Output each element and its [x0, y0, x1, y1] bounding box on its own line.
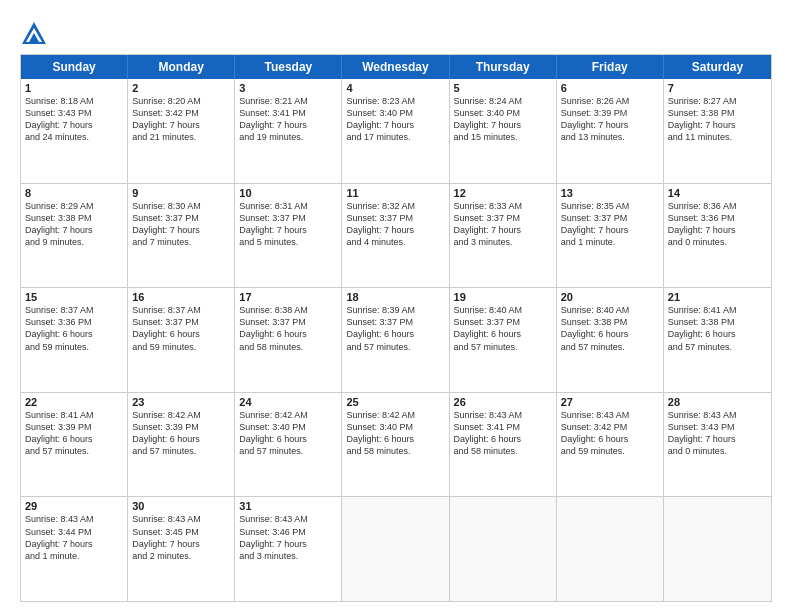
calendar-cell-9: 9Sunrise: 8:30 AM Sunset: 3:37 PM Daylig… [128, 184, 235, 288]
cell-info: Sunrise: 8:42 AM Sunset: 3:40 PM Dayligh… [346, 409, 444, 458]
calendar-cell-2: 2Sunrise: 8:20 AM Sunset: 3:42 PM Daylig… [128, 79, 235, 183]
calendar-row-1: 8Sunrise: 8:29 AM Sunset: 3:38 PM Daylig… [21, 184, 771, 289]
page: SundayMondayTuesdayWednesdayThursdayFrid… [0, 0, 792, 612]
cell-info: Sunrise: 8:43 AM Sunset: 3:44 PM Dayligh… [25, 513, 123, 562]
cell-info: Sunrise: 8:41 AM Sunset: 3:38 PM Dayligh… [668, 304, 767, 353]
day-number: 20 [561, 291, 659, 303]
calendar-cell-23: 23Sunrise: 8:42 AM Sunset: 3:39 PM Dayli… [128, 393, 235, 497]
day-number: 14 [668, 187, 767, 199]
day-number: 3 [239, 82, 337, 94]
cell-info: Sunrise: 8:43 AM Sunset: 3:45 PM Dayligh… [132, 513, 230, 562]
header-day-friday: Friday [557, 55, 664, 79]
calendar-cell-empty [450, 497, 557, 601]
day-number: 9 [132, 187, 230, 199]
cell-info: Sunrise: 8:40 AM Sunset: 3:38 PM Dayligh… [561, 304, 659, 353]
calendar-cell-26: 26Sunrise: 8:43 AM Sunset: 3:41 PM Dayli… [450, 393, 557, 497]
day-number: 28 [668, 396, 767, 408]
header-day-tuesday: Tuesday [235, 55, 342, 79]
calendar-cell-empty [557, 497, 664, 601]
header-day-thursday: Thursday [450, 55, 557, 79]
cell-info: Sunrise: 8:42 AM Sunset: 3:40 PM Dayligh… [239, 409, 337, 458]
calendar-cell-15: 15Sunrise: 8:37 AM Sunset: 3:36 PM Dayli… [21, 288, 128, 392]
calendar-row-2: 15Sunrise: 8:37 AM Sunset: 3:36 PM Dayli… [21, 288, 771, 393]
day-number: 4 [346, 82, 444, 94]
calendar-header: SundayMondayTuesdayWednesdayThursdayFrid… [21, 55, 771, 79]
calendar-cell-6: 6Sunrise: 8:26 AM Sunset: 3:39 PM Daylig… [557, 79, 664, 183]
calendar-cell-24: 24Sunrise: 8:42 AM Sunset: 3:40 PM Dayli… [235, 393, 342, 497]
cell-info: Sunrise: 8:43 AM Sunset: 3:43 PM Dayligh… [668, 409, 767, 458]
day-number: 7 [668, 82, 767, 94]
cell-info: Sunrise: 8:29 AM Sunset: 3:38 PM Dayligh… [25, 200, 123, 249]
day-number: 21 [668, 291, 767, 303]
calendar-cell-27: 27Sunrise: 8:43 AM Sunset: 3:42 PM Dayli… [557, 393, 664, 497]
cell-info: Sunrise: 8:24 AM Sunset: 3:40 PM Dayligh… [454, 95, 552, 144]
day-number: 6 [561, 82, 659, 94]
cell-info: Sunrise: 8:18 AM Sunset: 3:43 PM Dayligh… [25, 95, 123, 144]
cell-info: Sunrise: 8:38 AM Sunset: 3:37 PM Dayligh… [239, 304, 337, 353]
day-number: 26 [454, 396, 552, 408]
day-number: 30 [132, 500, 230, 512]
calendar-cell-29: 29Sunrise: 8:43 AM Sunset: 3:44 PM Dayli… [21, 497, 128, 601]
calendar-cell-14: 14Sunrise: 8:36 AM Sunset: 3:36 PM Dayli… [664, 184, 771, 288]
calendar-cell-4: 4Sunrise: 8:23 AM Sunset: 3:40 PM Daylig… [342, 79, 449, 183]
calendar-row-4: 29Sunrise: 8:43 AM Sunset: 3:44 PM Dayli… [21, 497, 771, 601]
cell-info: Sunrise: 8:43 AM Sunset: 3:41 PM Dayligh… [454, 409, 552, 458]
calendar-cell-11: 11Sunrise: 8:32 AM Sunset: 3:37 PM Dayli… [342, 184, 449, 288]
calendar-cell-empty [664, 497, 771, 601]
cell-info: Sunrise: 8:20 AM Sunset: 3:42 PM Dayligh… [132, 95, 230, 144]
day-number: 25 [346, 396, 444, 408]
cell-info: Sunrise: 8:37 AM Sunset: 3:37 PM Dayligh… [132, 304, 230, 353]
logo [20, 20, 52, 48]
day-number: 2 [132, 82, 230, 94]
day-number: 31 [239, 500, 337, 512]
calendar-cell-5: 5Sunrise: 8:24 AM Sunset: 3:40 PM Daylig… [450, 79, 557, 183]
cell-info: Sunrise: 8:37 AM Sunset: 3:36 PM Dayligh… [25, 304, 123, 353]
calendar-cell-3: 3Sunrise: 8:21 AM Sunset: 3:41 PM Daylig… [235, 79, 342, 183]
header-day-saturday: Saturday [664, 55, 771, 79]
day-number: 16 [132, 291, 230, 303]
day-number: 8 [25, 187, 123, 199]
day-number: 10 [239, 187, 337, 199]
calendar-cell-30: 30Sunrise: 8:43 AM Sunset: 3:45 PM Dayli… [128, 497, 235, 601]
day-number: 15 [25, 291, 123, 303]
calendar-cell-1: 1Sunrise: 8:18 AM Sunset: 3:43 PM Daylig… [21, 79, 128, 183]
calendar-row-3: 22Sunrise: 8:41 AM Sunset: 3:39 PM Dayli… [21, 393, 771, 498]
cell-info: Sunrise: 8:40 AM Sunset: 3:37 PM Dayligh… [454, 304, 552, 353]
cell-info: Sunrise: 8:23 AM Sunset: 3:40 PM Dayligh… [346, 95, 444, 144]
day-number: 29 [25, 500, 123, 512]
cell-info: Sunrise: 8:42 AM Sunset: 3:39 PM Dayligh… [132, 409, 230, 458]
day-number: 23 [132, 396, 230, 408]
calendar-cell-7: 7Sunrise: 8:27 AM Sunset: 3:38 PM Daylig… [664, 79, 771, 183]
calendar-cell-19: 19Sunrise: 8:40 AM Sunset: 3:37 PM Dayli… [450, 288, 557, 392]
calendar-cell-20: 20Sunrise: 8:40 AM Sunset: 3:38 PM Dayli… [557, 288, 664, 392]
cell-info: Sunrise: 8:41 AM Sunset: 3:39 PM Dayligh… [25, 409, 123, 458]
cell-info: Sunrise: 8:33 AM Sunset: 3:37 PM Dayligh… [454, 200, 552, 249]
calendar-cell-12: 12Sunrise: 8:33 AM Sunset: 3:37 PM Dayli… [450, 184, 557, 288]
cell-info: Sunrise: 8:43 AM Sunset: 3:46 PM Dayligh… [239, 513, 337, 562]
cell-info: Sunrise: 8:36 AM Sunset: 3:36 PM Dayligh… [668, 200, 767, 249]
day-number: 24 [239, 396, 337, 408]
day-number: 11 [346, 187, 444, 199]
calendar-cell-31: 31Sunrise: 8:43 AM Sunset: 3:46 PM Dayli… [235, 497, 342, 601]
cell-info: Sunrise: 8:39 AM Sunset: 3:37 PM Dayligh… [346, 304, 444, 353]
cell-info: Sunrise: 8:32 AM Sunset: 3:37 PM Dayligh… [346, 200, 444, 249]
header-day-monday: Monday [128, 55, 235, 79]
calendar-body: 1Sunrise: 8:18 AM Sunset: 3:43 PM Daylig… [21, 79, 771, 601]
calendar-cell-13: 13Sunrise: 8:35 AM Sunset: 3:37 PM Dayli… [557, 184, 664, 288]
day-number: 12 [454, 187, 552, 199]
day-number: 13 [561, 187, 659, 199]
cell-info: Sunrise: 8:43 AM Sunset: 3:42 PM Dayligh… [561, 409, 659, 458]
cell-info: Sunrise: 8:31 AM Sunset: 3:37 PM Dayligh… [239, 200, 337, 249]
day-number: 17 [239, 291, 337, 303]
day-number: 1 [25, 82, 123, 94]
calendar-cell-25: 25Sunrise: 8:42 AM Sunset: 3:40 PM Dayli… [342, 393, 449, 497]
day-number: 18 [346, 291, 444, 303]
cell-info: Sunrise: 8:21 AM Sunset: 3:41 PM Dayligh… [239, 95, 337, 144]
logo-icon [20, 20, 48, 48]
day-number: 5 [454, 82, 552, 94]
calendar-cell-28: 28Sunrise: 8:43 AM Sunset: 3:43 PM Dayli… [664, 393, 771, 497]
header [20, 16, 772, 48]
calendar-row-0: 1Sunrise: 8:18 AM Sunset: 3:43 PM Daylig… [21, 79, 771, 184]
calendar-cell-21: 21Sunrise: 8:41 AM Sunset: 3:38 PM Dayli… [664, 288, 771, 392]
calendar-cell-22: 22Sunrise: 8:41 AM Sunset: 3:39 PM Dayli… [21, 393, 128, 497]
